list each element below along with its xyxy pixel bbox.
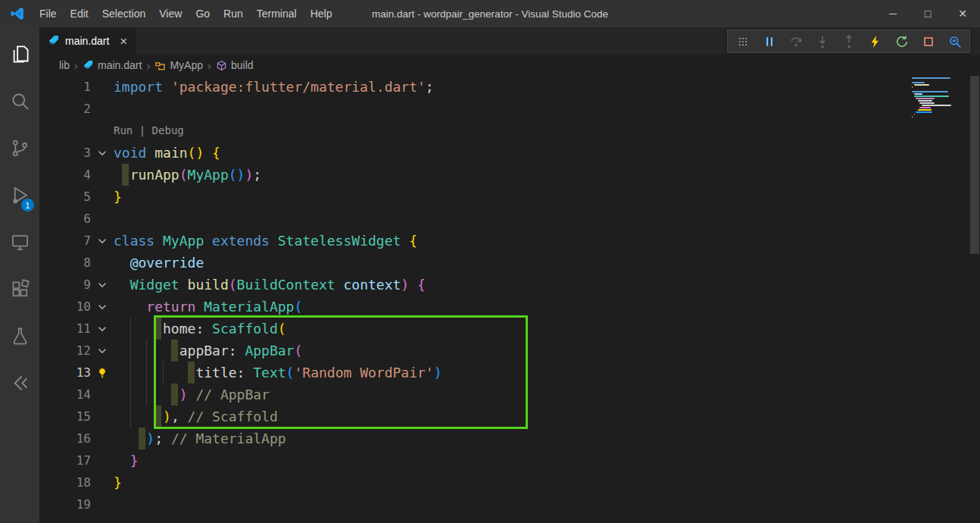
- code-line[interactable]: 2: [39, 98, 980, 120]
- line-number[interactable]: 12: [39, 340, 91, 362]
- line-number[interactable]: 13: [39, 362, 91, 384]
- close-button[interactable]: ✕: [945, 0, 980, 27]
- code-line[interactable]: 18}: [39, 471, 980, 493]
- scrollbar-thumb[interactable]: [970, 76, 979, 254]
- line-number[interactable]: 18: [39, 471, 91, 493]
- code-line-content: [114, 493, 980, 515]
- breadcrumb-item-lib[interactable]: lib: [59, 59, 70, 71]
- fold-toggle[interactable]: [91, 340, 114, 362]
- breadcrumb-item-MyApp[interactable]: MyApp: [154, 59, 203, 71]
- stop-button[interactable]: [915, 30, 941, 52]
- code-line[interactable]: 8 @override: [39, 252, 980, 274]
- extensions-button[interactable]: [0, 267, 39, 314]
- code-editor[interactable]: 1import 'package:flutter/material.dart';…: [39, 76, 980, 523]
- minimize-button[interactable]: ─: [875, 0, 910, 27]
- code-token: home: [163, 321, 195, 337]
- code-line[interactable]: 19: [39, 493, 980, 515]
- code-token: // Scaffold: [188, 409, 278, 424]
- line-number[interactable]: 17: [39, 449, 91, 471]
- line-number[interactable]: 2: [39, 98, 91, 120]
- close-tab-icon[interactable]: ×: [120, 35, 127, 48]
- code-line[interactable]: 15 ), // Scaffold: [39, 406, 980, 427]
- code-line-content: ) // AppBar: [114, 384, 980, 406]
- menu-go[interactable]: Go: [189, 0, 217, 27]
- breadcrumb-item-build[interactable]: build: [216, 59, 254, 71]
- pause-button[interactable]: [756, 30, 782, 52]
- line-number[interactable]: 9: [39, 274, 91, 296]
- code-line[interactable]: 3void main() {: [39, 142, 980, 164]
- menu-help[interactable]: Help: [304, 0, 339, 27]
- explorer-button[interactable]: [0, 32, 39, 79]
- breadcrumb-item-main-dart[interactable]: main.dart: [83, 59, 142, 71]
- indent-guide: [130, 318, 131, 340]
- chevron-down-icon: [97, 280, 108, 290]
- gutter-spacer: [91, 164, 114, 186]
- code-line[interactable]: 7class MyApp extends StatelessWidget {: [39, 230, 980, 252]
- code-line[interactable]: 14 ) // AppBar: [39, 384, 980, 406]
- step-over-button[interactable]: [782, 30, 809, 52]
- code-line[interactable]: 9 Widget build(BuildContext context) {: [39, 274, 980, 296]
- maximize-button[interactable]: □: [910, 0, 945, 27]
- line-number[interactable]: 16: [39, 427, 91, 449]
- lightbulb-icon-slot[interactable]: [91, 362, 114, 384]
- editor-scrollbar[interactable]: [969, 76, 980, 523]
- dart-file-icon: [83, 60, 94, 71]
- menu-view[interactable]: View: [152, 0, 189, 27]
- code-line[interactable]: 6: [39, 208, 980, 230]
- code-line[interactable]: 17 }: [39, 449, 980, 471]
- widget-inspector-button[interactable]: [941, 30, 968, 52]
- code-line[interactable]: 11 home: Scaffold(: [39, 318, 980, 340]
- fold-toggle[interactable]: [91, 318, 114, 340]
- line-number[interactable]: 3: [39, 142, 91, 164]
- code-line[interactable]: 10 return MaterialApp(: [39, 296, 980, 318]
- fold-toggle[interactable]: [91, 142, 114, 164]
- source-control-button[interactable]: [0, 126, 39, 173]
- minimap[interactable]: [912, 77, 965, 121]
- fold-toggle[interactable]: [91, 274, 114, 296]
- testing-button[interactable]: [0, 314, 39, 361]
- code-line[interactable]: 1import 'package:flutter/material.dart';: [39, 76, 980, 98]
- fold-toggle[interactable]: [91, 230, 114, 252]
- line-number[interactable]: 5: [39, 186, 91, 208]
- menu-run[interactable]: Run: [217, 0, 250, 27]
- line-number[interactable]: 6: [39, 208, 91, 230]
- step-out-button[interactable]: [835, 30, 862, 52]
- line-number[interactable]: 1: [39, 76, 91, 98]
- minimap-line: [912, 91, 948, 92]
- minimap-line: [922, 105, 951, 106]
- step-into-button[interactable]: [809, 30, 835, 52]
- line-number[interactable]: 15: [39, 406, 91, 427]
- code-line[interactable]: 4 runApp(MyApp());: [39, 164, 980, 186]
- line-number[interactable]: 7: [39, 230, 91, 252]
- remote-explorer-button[interactable]: [0, 220, 39, 267]
- line-number[interactable]: 10: [39, 296, 91, 318]
- restart-button[interactable]: [888, 30, 915, 52]
- line-number[interactable]: 19: [39, 493, 91, 515]
- menu-terminal[interactable]: Terminal: [250, 0, 304, 27]
- code-line[interactable]: 13 title: Text('Random WordPair'): [39, 362, 980, 384]
- line-number[interactable]: 14: [39, 384, 91, 406]
- code-token: AppBar: [245, 343, 294, 359]
- code-token: :: [237, 365, 245, 381]
- line-number[interactable]: 4: [39, 164, 91, 186]
- tab-main.dart[interactable]: main.dart×: [39, 27, 136, 55]
- codelens-row: Run | Debug: [39, 120, 980, 142]
- menu-file[interactable]: File: [33, 0, 64, 27]
- codelens-run-link[interactable]: Run: [114, 124, 133, 136]
- menu-edit[interactable]: Edit: [64, 0, 95, 27]
- menu-selection[interactable]: Selection: [95, 0, 153, 27]
- line-number[interactable]: 11: [39, 318, 91, 340]
- code-line[interactable]: 12 appBar: AppBar(: [39, 340, 980, 362]
- flutter-button[interactable]: [0, 361, 39, 408]
- restart-icon: [894, 34, 910, 49]
- line-number[interactable]: 8: [39, 252, 91, 274]
- fold-toggle[interactable]: [91, 296, 114, 318]
- drag-handle-button[interactable]: [729, 30, 756, 52]
- code-line[interactable]: 16 ); // MaterialApp: [39, 427, 980, 449]
- codelens-debug-link[interactable]: Debug: [152, 124, 184, 136]
- search-button[interactable]: [0, 79, 39, 126]
- minimap-line: [918, 109, 932, 111]
- run-and-debug-button[interactable]: 1: [0, 173, 39, 220]
- hot-reload-button[interactable]: [862, 30, 888, 52]
- code-line[interactable]: 5}: [39, 186, 980, 208]
